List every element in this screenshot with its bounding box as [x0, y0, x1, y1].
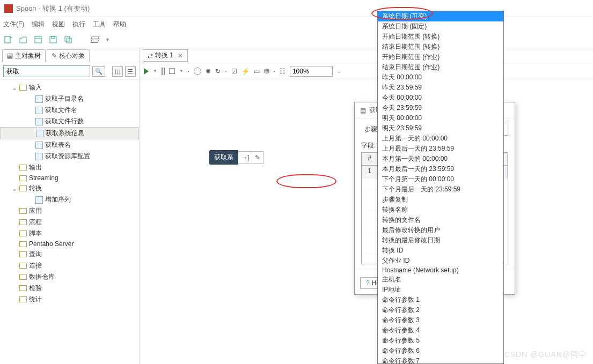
- tree-folder[interactable]: 数据仓库: [0, 271, 139, 283]
- dropdown-item[interactable]: 结束日期范围 (作业): [378, 62, 503, 72]
- close-icon[interactable]: ✕: [178, 52, 183, 60]
- verify-icon[interactable]: ☑: [231, 68, 237, 75]
- tree-step[interactable]: 获取资源库配置: [0, 151, 139, 162]
- dropdown-item[interactable]: 最后修改转换的用户: [378, 225, 503, 235]
- dropdown-item[interactable]: 下个月第一天的 00:00:00: [378, 174, 503, 184]
- dropdown-item[interactable]: 转换名称: [378, 205, 503, 215]
- tab-main-objects[interactable]: ▤ 主对象树: [2, 49, 46, 62]
- explore-db-icon[interactable]: ⛃: [264, 68, 269, 75]
- dropdown-item[interactable]: 本月第一天的 00:00:00: [378, 154, 503, 164]
- dropdown-item[interactable]: 命令行参数 1: [378, 295, 503, 305]
- tree-folder[interactable]: 统计: [0, 294, 139, 305]
- tree-folder[interactable]: Pentaho Server: [0, 239, 139, 249]
- dropdown-item[interactable]: 昨天 00:00:00: [378, 72, 503, 83]
- tree-step[interactable]: 获取文件行数: [0, 116, 139, 127]
- expand-all-icon[interactable]: ◫: [112, 66, 123, 77]
- tree-folder[interactable]: 连接: [0, 260, 139, 271]
- folder-icon: [19, 175, 27, 181]
- canvas-tab-label: 转换 1: [155, 51, 173, 60]
- tree-folder[interactable]: ⌄输入: [0, 82, 139, 93]
- debug-icon[interactable]: ✺: [206, 68, 211, 75]
- tree-step[interactable]: 获取表名: [0, 139, 139, 151]
- dropdown-item[interactable]: 开始日期范围 (作业): [378, 52, 503, 62]
- tree-step[interactable]: 增加序列: [0, 194, 139, 205]
- preview-icon[interactable]: [194, 68, 201, 75]
- menu-item[interactable]: 执行: [72, 20, 85, 29]
- tree-step[interactable]: 获取子目录名: [0, 93, 139, 105]
- menu-item[interactable]: 帮助: [113, 20, 126, 29]
- dropdown-item[interactable]: 下个月最后一天的 23:59:59: [378, 184, 503, 195]
- run-icon[interactable]: [144, 68, 149, 75]
- menu-item[interactable]: 文件(F): [3, 20, 24, 29]
- dropdown-item[interactable]: 明天 23:59:59: [378, 123, 503, 133]
- dropdown-item[interactable]: 今天 00:00:00: [378, 93, 503, 103]
- menu-item[interactable]: 编辑: [32, 20, 45, 29]
- canvas-step[interactable]: 获取系 →] ✎: [209, 150, 263, 165]
- show-results-icon[interactable]: ☷: [280, 68, 285, 75]
- tab-core-objects[interactable]: ✎ 核心对象: [47, 49, 90, 62]
- dropdown-item[interactable]: 系统日期 (可变): [378, 11, 503, 21]
- impact-icon[interactable]: ⚡: [241, 68, 250, 75]
- step-edit-icon[interactable]: ✎: [252, 152, 263, 164]
- replay-icon[interactable]: ↻: [215, 68, 221, 75]
- tree-folder[interactable]: 应用: [0, 205, 139, 217]
- dropdown-item[interactable]: 命令行参数 6: [378, 346, 503, 356]
- dropdown-item[interactable]: 转换的文件名: [378, 215, 503, 225]
- dropdown-item[interactable]: 命令行参数 3: [378, 315, 503, 325]
- menu-item[interactable]: 视图: [52, 20, 65, 29]
- tree-label: 检验: [29, 284, 42, 293]
- dropdown-item[interactable]: 本月最后一天的 23:59:59: [378, 164, 503, 174]
- dropdown-item[interactable]: 系统日期 (固定): [378, 21, 503, 32]
- search-input[interactable]: [3, 65, 90, 77]
- step-input-icon[interactable]: →]: [238, 152, 252, 164]
- tree-folder[interactable]: 脚本: [0, 228, 139, 239]
- dropdown-item[interactable]: Hostname (Network setup): [378, 266, 503, 274]
- save-icon[interactable]: [48, 35, 58, 44]
- tree-folder[interactable]: 检验: [0, 283, 139, 294]
- chevron-down-icon[interactable]: ▼: [153, 69, 157, 73]
- dropdown-item[interactable]: 结束日期范围 (转换): [378, 42, 503, 52]
- dropdown-item[interactable]: 开始日期范围 (转换): [378, 32, 503, 42]
- tree-step[interactable]: 获取文件名: [0, 105, 139, 116]
- dropdown-list[interactable]: 系统日期 (可变)系统日期 (固定)开始日期范围 (转换)结束日期范围 (转换)…: [378, 11, 503, 363]
- chevron-down-icon[interactable]: ▼: [105, 37, 110, 42]
- dropdown-item[interactable]: 父作业 ID: [378, 256, 503, 266]
- tree-folder[interactable]: Streaming: [0, 173, 139, 183]
- folder-icon: [19, 251, 27, 257]
- tree-folder[interactable]: 流程: [0, 217, 139, 228]
- dropdown-item[interactable]: 命令行参数 2: [378, 305, 503, 315]
- dropdown-item[interactable]: 昨天 23:59:59: [378, 83, 503, 93]
- tree-folder[interactable]: 输出: [0, 162, 139, 173]
- dropdown-item[interactable]: 命令行参数 4: [378, 325, 503, 336]
- collapse-all-icon[interactable]: ☰: [125, 66, 136, 77]
- chevron-down-icon[interactable]: ⌄: [337, 69, 341, 74]
- new-file-icon[interactable]: [3, 35, 13, 44]
- chevron-down-icon[interactable]: ▼: [179, 69, 184, 73]
- open-icon[interactable]: [18, 35, 28, 44]
- dropdown-item[interactable]: 明天 00:00:00: [378, 113, 503, 123]
- folder-icon: [19, 231, 27, 236]
- tree-folder[interactable]: ⌄转换: [0, 183, 139, 194]
- dropdown-item[interactable]: 今天 23:59:59: [378, 103, 503, 113]
- save-as-icon[interactable]: [63, 35, 73, 44]
- layers-icon[interactable]: [90, 35, 100, 44]
- sql-icon[interactable]: ▭: [254, 68, 260, 75]
- tree-step[interactable]: 获取系统信息: [0, 127, 139, 139]
- explore-icon[interactable]: [33, 35, 43, 44]
- zoom-select[interactable]: [290, 66, 333, 77]
- dropdown-item[interactable]: 上月第一天的 00:00:00: [378, 133, 503, 144]
- dropdown-item[interactable]: 主机名: [378, 274, 503, 285]
- stop-icon[interactable]: [169, 68, 175, 74]
- dropdown-item[interactable]: 转换 ID: [378, 246, 503, 256]
- clear-search-icon[interactable]: 🔍: [92, 66, 105, 77]
- pause-icon[interactable]: [162, 68, 163, 75]
- dropdown-item[interactable]: 步骤复制: [378, 195, 503, 205]
- dropdown-item[interactable]: 命令行参数 7: [378, 356, 503, 363]
- dropdown-item[interactable]: 上月最后一天的 23:59:59: [378, 144, 503, 154]
- menu-item[interactable]: 工具: [93, 20, 106, 29]
- dropdown-item[interactable]: 转换的最后修改日期: [378, 235, 503, 246]
- canvas-tab[interactable]: ⇄ 转换 1 ✕: [143, 49, 188, 62]
- dropdown-item[interactable]: IP地址: [378, 285, 503, 295]
- dropdown-item[interactable]: 命令行参数 5: [378, 336, 503, 346]
- tree-folder[interactable]: 查询: [0, 249, 139, 260]
